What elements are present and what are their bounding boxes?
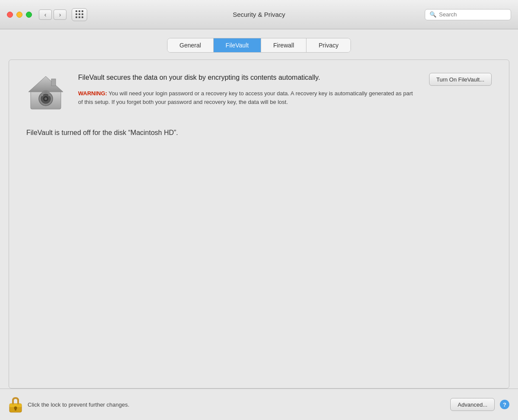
- filevault-top-section: FileVault secures the data on your disk …: [26, 73, 492, 112]
- bottom-bar: Click the lock to prevent further change…: [0, 389, 518, 420]
- svg-rect-2: [51, 79, 56, 86]
- lock-area[interactable]: Click the lock to prevent further change…: [9, 396, 130, 413]
- turn-on-filevault-button[interactable]: Turn On FileVault...: [429, 73, 492, 86]
- titlebar: ‹ › Security & Privacy 🔍: [0, 0, 518, 29]
- maximize-button[interactable]: [26, 12, 32, 18]
- tab-firewall[interactable]: Firewall: [261, 38, 306, 52]
- tab-privacy[interactable]: Privacy: [306, 38, 351, 52]
- nav-buttons: ‹ ›: [39, 9, 66, 20]
- svg-rect-10: [15, 408, 16, 411]
- minimize-button[interactable]: [16, 12, 22, 18]
- help-button[interactable]: ?: [500, 400, 509, 409]
- lock-label: Click the lock to prevent further change…: [28, 401, 130, 408]
- traffic-lights: [7, 12, 32, 18]
- close-button[interactable]: [7, 12, 13, 18]
- bottom-right: Advanced... ?: [450, 398, 509, 411]
- svg-point-6: [44, 97, 47, 100]
- main-content: General FileVault Firewall Privacy: [0, 29, 518, 389]
- lock-icon: [9, 396, 22, 413]
- warning-text: WARNING: You will need your login passwo…: [78, 89, 416, 106]
- search-box: 🔍: [425, 9, 511, 20]
- search-icon: 🔍: [430, 11, 436, 18]
- advanced-button[interactable]: Advanced...: [450, 398, 495, 411]
- window-title: Security & Privacy: [233, 11, 285, 18]
- content-panel: FileVault secures the data on your disk …: [9, 60, 509, 389]
- filevault-icon: [26, 73, 65, 112]
- tab-general[interactable]: General: [167, 38, 214, 52]
- forward-button[interactable]: ›: [54, 9, 66, 20]
- tabs: General FileVault Firewall Privacy: [167, 38, 351, 53]
- back-button[interactable]: ‹: [39, 9, 52, 20]
- filevault-status: FileVault is turned off for the disk “Ma…: [26, 129, 492, 137]
- tabs-container: General FileVault Firewall Privacy: [9, 38, 509, 53]
- search-input[interactable]: [439, 11, 506, 18]
- description-area: FileVault secures the data on your disk …: [78, 73, 416, 106]
- grid-view-button[interactable]: [72, 8, 87, 21]
- warning-label: WARNING:: [78, 90, 107, 97]
- grid-dots-icon: [76, 10, 84, 19]
- filevault-description: FileVault secures the data on your disk …: [78, 73, 416, 82]
- tab-filevault[interactable]: FileVault: [214, 38, 261, 52]
- svg-marker-1: [28, 76, 63, 92]
